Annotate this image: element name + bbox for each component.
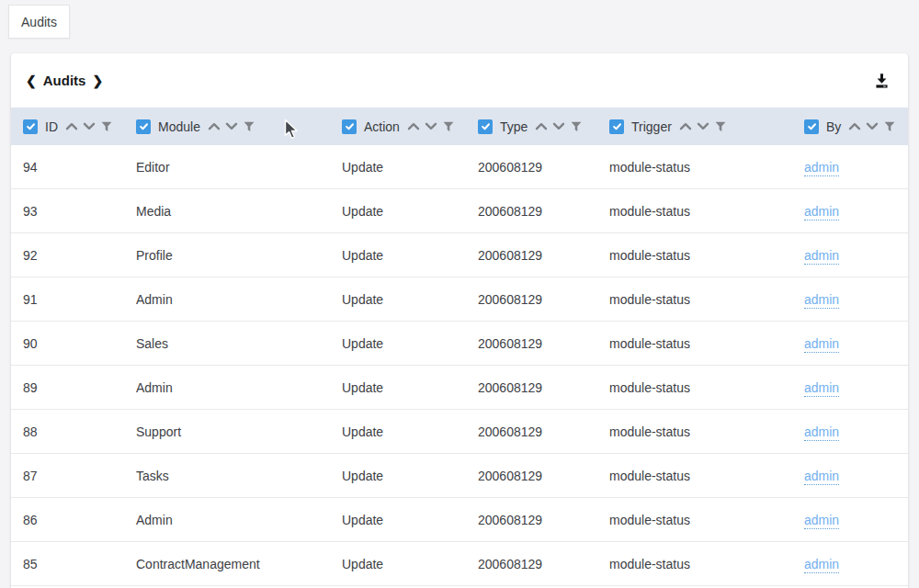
filter-icon [884, 121, 895, 132]
cell-action: Update [342, 336, 478, 351]
column-checkbox[interactable] [342, 119, 357, 134]
cell-trigger: module-status [609, 160, 804, 175]
by-link[interactable]: admin [804, 424, 839, 441]
cell-id: 91 [11, 292, 136, 307]
cell-id: 89 [11, 380, 136, 395]
cell-action: Update [342, 204, 478, 219]
column-header-action: Action [342, 119, 478, 134]
filter-button[interactable] [101, 121, 112, 132]
column-label: By [826, 119, 841, 134]
cell-trigger: module-status [609, 513, 804, 527]
column-checkbox[interactable] [478, 119, 493, 134]
chevron-down-icon [552, 122, 565, 130]
column-header-id: ID [11, 119, 136, 134]
filter-icon [443, 121, 454, 132]
cell-module: Admin [136, 380, 342, 395]
cell-id: 88 [11, 424, 136, 439]
chevron-down-icon [425, 122, 437, 130]
cell-id: 86 [11, 513, 136, 527]
filter-button[interactable] [571, 121, 582, 132]
column-checkbox[interactable] [23, 119, 38, 134]
column-header-by: By [804, 119, 908, 134]
column-header-trigger: Trigger [609, 119, 804, 134]
cell-action: Update [342, 292, 478, 307]
sort-descending-button[interactable] [225, 122, 238, 130]
check-icon [481, 121, 491, 131]
cell-id: 87 [11, 469, 136, 483]
cell-type: 200608129 [478, 204, 609, 219]
check-icon [139, 121, 149, 131]
by-link[interactable]: admin [804, 380, 839, 397]
sort-ascending-button[interactable] [208, 122, 221, 130]
chevron-left-icon[interactable]: ❮ [26, 74, 37, 87]
chevron-up-icon [535, 122, 548, 130]
chevron-right-icon[interactable]: ❯ [92, 74, 103, 87]
cell-action: Update [342, 469, 478, 483]
column-label: Trigger [631, 119, 672, 134]
table-header-row: ID Module [11, 107, 908, 145]
by-link[interactable]: admin [804, 336, 839, 353]
check-icon [345, 121, 355, 131]
cell-module: Admin [136, 513, 342, 527]
sort-descending-button[interactable] [866, 122, 879, 130]
by-link[interactable]: admin [804, 513, 839, 529]
chevron-down-icon [866, 122, 879, 130]
sort-descending-button[interactable] [83, 122, 96, 130]
column-checkbox[interactable] [609, 119, 624, 134]
check-icon [612, 121, 622, 131]
sort-ascending-button[interactable] [535, 122, 548, 130]
table-row: 90 Sales Update 200608129 module-status … [11, 322, 908, 366]
chevron-down-icon [225, 122, 238, 130]
sort-ascending-button[interactable] [679, 122, 692, 130]
filter-button[interactable] [884, 121, 895, 132]
cell-type: 200608129 [478, 336, 609, 351]
cell-module: Sales [136, 336, 342, 351]
cell-by: admin [804, 424, 908, 439]
column-label: ID [45, 119, 58, 134]
chevron-up-icon [407, 122, 420, 130]
sort-ascending-button[interactable] [65, 122, 78, 130]
cell-type: 200608129 [478, 469, 609, 483]
cell-by: admin [804, 380, 908, 395]
download-button[interactable] [872, 71, 891, 90]
sort-ascending-button[interactable] [848, 122, 861, 130]
column-header-type: Type [478, 119, 609, 134]
column-checkbox[interactable] [804, 119, 819, 134]
cell-id: 94 [11, 160, 136, 175]
cell-by: admin [804, 557, 908, 571]
filter-button[interactable] [443, 121, 454, 132]
filter-button[interactable] [244, 121, 255, 132]
cell-id: 90 [11, 336, 136, 351]
by-link[interactable]: admin [804, 292, 839, 309]
cell-by: admin [804, 160, 908, 175]
cell-action: Update [342, 424, 478, 439]
chevron-down-icon [83, 122, 96, 130]
cell-type: 200608129 [478, 513, 609, 527]
by-link[interactable]: admin [804, 160, 839, 176]
table-row: 91 Admin Update 200608129 module-status … [11, 277, 908, 322]
sort-descending-button[interactable] [552, 122, 565, 130]
sort-descending-button[interactable] [425, 122, 437, 130]
by-link[interactable]: admin [804, 469, 839, 485]
cell-by: admin [804, 513, 908, 527]
by-link[interactable]: admin [804, 248, 839, 265]
sort-descending-button[interactable] [697, 122, 709, 130]
cell-by: admin [804, 469, 908, 483]
by-link[interactable]: admin [804, 557, 839, 573]
table-row: 92 Profile Update 200608129 module-statu… [11, 233, 908, 277]
chevron-up-icon [208, 122, 221, 130]
cell-trigger: module-status [609, 380, 804, 395]
column-checkbox[interactable] [136, 119, 151, 134]
cell-action: Update [342, 557, 478, 571]
table-row: 87 Tasks Update 200608129 module-status … [11, 454, 908, 498]
chevron-up-icon [65, 122, 78, 130]
tab-audits[interactable]: Audits [8, 5, 70, 39]
cell-module: Editor [136, 160, 342, 175]
audits-card: ❮ Audits ❯ ID [11, 53, 908, 588]
sort-ascending-button[interactable] [407, 122, 420, 130]
check-icon [26, 121, 36, 131]
by-link[interactable]: admin [804, 204, 839, 220]
filter-button[interactable] [715, 121, 726, 132]
cell-trigger: module-status [609, 292, 804, 307]
cell-trigger: module-status [609, 424, 804, 439]
